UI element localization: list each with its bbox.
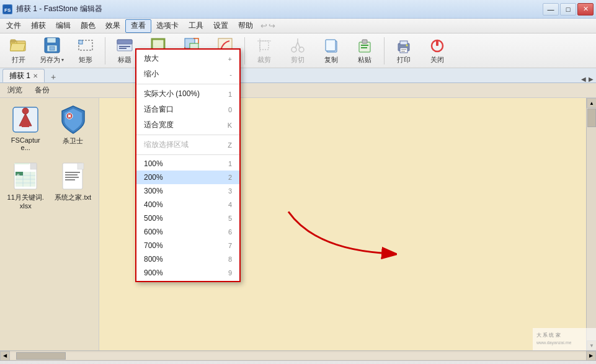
menu-actual-size[interactable]: 实际大小 (100%) 1: [136, 86, 239, 102]
undo-icon[interactable]: ↩: [260, 21, 267, 30]
menu-700[interactable]: 700% 7: [136, 239, 239, 252]
menu-400[interactable]: 400% 4: [136, 198, 239, 211]
menu-view[interactable]: 查看: [125, 19, 151, 33]
power-icon: [429, 37, 446, 54]
menu-500[interactable]: 500% 5: [136, 211, 239, 225]
menu-capture[interactable]: 捕获: [26, 19, 51, 33]
list-item[interactable]: 杀卫士: [53, 103, 94, 153]
crop-label: 裁剪: [257, 55, 271, 64]
horizontal-scrollbar[interactable]: ◀ ▶: [0, 350, 596, 360]
menu-help[interactable]: 帮助: [233, 19, 258, 33]
save-as-button[interactable]: 另存为 ▼: [36, 35, 68, 66]
svg-rect-52: [30, 163, 37, 169]
svg-rect-37: [400, 48, 407, 53]
scroll-right-button[interactable]: ▶: [586, 351, 596, 361]
undo-redo-area: ↩ ↪: [260, 21, 275, 30]
copy-button[interactable]: 复制: [315, 35, 347, 66]
rect-button[interactable]: 矩形: [69, 35, 102, 66]
menu-800[interactable]: 800% 8: [136, 252, 239, 266]
sep2: [244, 37, 245, 64]
menu-file[interactable]: 文件: [1, 19, 26, 33]
shield-icon: [58, 105, 88, 135]
menu-zoom-out[interactable]: 缩小 -: [136, 66, 239, 82]
print-icon: [395, 37, 412, 54]
file-grid: FSCapture... 杀卫士: [0, 98, 99, 216]
list-item[interactable]: FSCapture...: [5, 103, 47, 153]
svg-rect-4: [11, 40, 16, 42]
menu-tools[interactable]: 工具: [184, 19, 208, 33]
svg-rect-64: [65, 174, 78, 175]
open-icon: [10, 37, 27, 54]
file-row-1: FSCapture... 杀卫士: [5, 103, 94, 153]
tab-capture1[interactable]: 捕获 1 ✕: [2, 69, 45, 82]
scroll-up-button[interactable]: ▲: [587, 98, 596, 108]
svg-rect-51: [14, 163, 29, 164]
list-item[interactable]: 系统之家.txt: [53, 159, 94, 211]
cut-icon: [289, 37, 306, 54]
menu-200[interactable]: 200% 2: [136, 171, 239, 184]
maximize-button[interactable]: □: [560, 3, 576, 16]
svg-text:www.dayanzai.me: www.dayanzai.me: [536, 340, 572, 345]
watermark: 大 系 统 家 www.dayanzai.me: [533, 328, 596, 350]
close-img-button[interactable]: 关闭: [421, 35, 453, 66]
close-button[interactable]: ✕: [577, 3, 594, 16]
menu-100[interactable]: 100% 1: [136, 157, 239, 171]
menu-fit-width[interactable]: 适合宽度 K: [136, 117, 239, 133]
rect-icon: [77, 37, 94, 54]
menu-color[interactable]: 颜色: [76, 19, 100, 33]
svg-text:FS: FS: [4, 7, 11, 13]
cut-button[interactable]: 剪切: [282, 35, 314, 66]
tab-bar: 捕获 1 ✕ + ◀ ▶: [0, 68, 596, 83]
paste-label: 粘贴: [358, 55, 371, 64]
svg-rect-30: [326, 40, 336, 51]
svg-rect-65: [65, 177, 79, 178]
tab-add-button[interactable]: +: [47, 71, 60, 82]
menu-effect[interactable]: 效果: [100, 19, 125, 33]
secondary-bar: 浏览 备份: [0, 83, 596, 98]
menu-settings[interactable]: 设置: [208, 19, 233, 33]
menu-tab[interactable]: 选项卡: [151, 19, 184, 33]
menu-600[interactable]: 600% 6: [136, 225, 239, 239]
browse-button[interactable]: 浏览: [5, 84, 25, 97]
backup-button[interactable]: 备份: [32, 84, 52, 97]
tab-left-nav[interactable]: ◀: [581, 76, 586, 82]
menu-fit-window[interactable]: 适合窗口 0: [136, 102, 239, 117]
svg-line-26: [295, 42, 298, 48]
menu-900[interactable]: 900% 9: [136, 266, 239, 280]
list-item[interactable]: 格 11月关键词.xlsx: [5, 159, 47, 211]
paste-button[interactable]: 粘贴: [349, 35, 381, 66]
crop-button[interactable]: 裁剪: [248, 35, 280, 66]
tab-right-nav[interactable]: ▶: [589, 76, 594, 82]
title-bar: FS 捕获 1 - FastStone 编辑器 — □ ✕: [0, 0, 596, 19]
scroll-left-button[interactable]: ◀: [0, 351, 10, 361]
open-button[interactable]: 打开: [2, 35, 35, 66]
close-img-label: 关闭: [430, 55, 444, 64]
copy-icon: [322, 37, 340, 54]
scroll-thumb[interactable]: [587, 109, 596, 127]
rect-label: 矩形: [79, 55, 92, 64]
vertical-scrollbar[interactable]: ▲ ▼: [586, 98, 596, 350]
svg-rect-66: [65, 179, 75, 180]
svg-point-45: [22, 108, 29, 114]
svg-rect-38: [401, 49, 406, 50]
menu-zoom-in[interactable]: 放大 +: [136, 51, 239, 66]
print-button[interactable]: 打印: [388, 35, 420, 66]
svg-rect-34: [361, 47, 367, 48]
svg-rect-9: [50, 47, 55, 50]
menu-300[interactable]: 300% 3: [136, 184, 239, 198]
tab-close-button[interactable]: ✕: [33, 73, 38, 79]
window-controls: — □ ✕: [543, 3, 594, 16]
file-row-2: 格 11月关键词.xlsx: [5, 159, 94, 211]
menu-edit[interactable]: 编辑: [51, 19, 76, 33]
svg-rect-46: [22, 122, 29, 127]
app-icon: FS: [2, 4, 12, 14]
redo-icon[interactable]: ↪: [269, 21, 275, 30]
txt-icon: [58, 161, 88, 191]
scroll-track: [10, 352, 586, 360]
scroll-thumb-h[interactable]: [16, 352, 66, 360]
svg-line-27: [298, 42, 300, 48]
minimize-button[interactable]: —: [543, 3, 559, 16]
svg-point-40: [406, 45, 408, 47]
view-dropdown-menu: 放大 + 缩小 - 实际大小 (100%) 1 适合窗口 0 适合宽度 K 缩放…: [135, 48, 241, 282]
sep1: [105, 37, 105, 64]
